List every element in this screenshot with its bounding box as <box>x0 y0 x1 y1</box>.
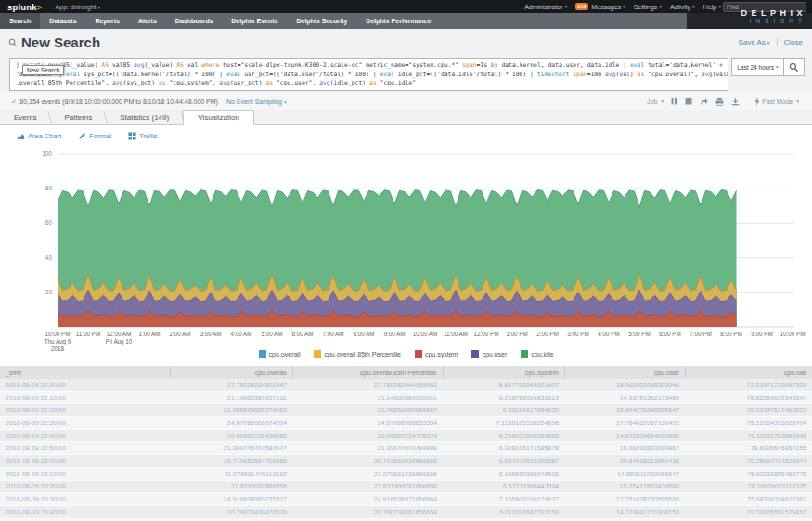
table-row[interactable]: 2018-08-09 22:40:0020.8988723643605820.8… <box>0 429 812 442</box>
tab-events[interactable]: Events <box>0 110 50 124</box>
cell-value[interactable]: 9.064270515205287 <box>443 455 564 468</box>
print-button[interactable] <box>715 98 724 106</box>
table-row[interactable]: 2018-08-09 22:30:0024.8706508697429424.8… <box>0 417 812 430</box>
cell-value[interactable]: 20.790734361666654 <box>292 505 443 518</box>
cell-time[interactable]: 2018-08-09 22:40:00 <box>0 429 170 442</box>
table-row[interactable]: 2018-08-09 23:10:0021.07966144511216221.… <box>0 467 812 480</box>
legend-item-cpu-overall[interactable]: cpu.overall <box>259 350 301 358</box>
topbar-menu-administrator[interactable]: Administrator▾ <box>524 4 567 10</box>
cell-value[interactable]: 6.328106171585878 <box>443 442 564 455</box>
column-header-cpu-user[interactable]: cpu.user <box>564 366 685 379</box>
search-mode-menu[interactable]: Fast Mode▾ <box>754 98 799 106</box>
topbar-menu-help[interactable]: Help▾ <box>703 4 721 10</box>
table-row[interactable]: 2018-08-09 22:10:0021.1466038765715221.1… <box>0 391 812 404</box>
nav-item-datasets[interactable]: Datasets <box>40 13 85 29</box>
cell-value[interactable]: 6.196550393046528 <box>443 467 564 480</box>
cell-value[interactable]: 21.8319097888268 <box>170 480 292 493</box>
topbar-menu-settings[interactable]: Settings▾ <box>634 4 662 10</box>
cell-value[interactable]: 21.390445404584547 <box>170 442 292 455</box>
cell-value[interactable]: 78.6095545954155 <box>685 442 812 455</box>
cell-value[interactable]: 27.78028264302647 <box>170 379 292 391</box>
nav-item-delphix-security[interactable]: Delphix Security <box>288 13 357 29</box>
cell-value[interactable]: 79.20926561529467 <box>685 505 812 518</box>
table-row[interactable]: 2018-08-09 22:50:0021.39044540458454721.… <box>0 442 812 455</box>
cell-value[interactable]: 24.916638971666664 <box>292 493 443 506</box>
cell-value[interactable]: 6.58224617654932 <box>443 404 564 417</box>
cell-value[interactable]: 70.28934734529044 <box>685 455 812 468</box>
cell-value[interactable]: 17.751038760595668 <box>564 493 685 506</box>
cell-value[interactable]: 15.06233923299867 <box>564 442 685 455</box>
table-row[interactable]: 2018-08-09 23:00:0029.71065255470965529.… <box>0 455 812 468</box>
cell-value[interactable]: 17.754639957120492 <box>564 417 685 430</box>
cell-value[interactable]: 29.710652626666665 <box>292 455 443 468</box>
cell-time[interactable]: 2018-08-09 23:20:00 <box>0 480 170 493</box>
cell-value[interactable]: 14.692834564090885 <box>564 429 685 442</box>
cell-value[interactable]: 21.14660387657152 <box>170 391 292 404</box>
table-row[interactable]: 2018-08-09 23:40:0020.7907343847052820.7… <box>0 505 812 518</box>
export-button[interactable] <box>731 98 740 106</box>
legend-item-cpu-system[interactable]: cpu.system <box>415 350 458 358</box>
chart-type-button[interactable]: Area Chart <box>17 132 61 140</box>
cell-value[interactable]: 79.10112763563946 <box>685 429 812 442</box>
legend-item-cpu-user[interactable]: cpu.user <box>471 350 507 358</box>
event-sampling-menu[interactable]: No Event Sampling▾ <box>226 98 287 105</box>
cell-value[interactable]: 78.85339612342847 <box>685 391 812 404</box>
cell-value[interactable]: 20.89887236436058 <box>170 429 292 442</box>
cell-value[interactable]: 78.16809021117325 <box>685 480 812 493</box>
cell-value[interactable]: 15.404278648825647 <box>564 404 685 417</box>
job-menu[interactable]: Job▾ <box>647 98 664 105</box>
cell-value[interactable]: 75.08336104927362 <box>685 493 812 506</box>
cell-value[interactable]: 21.079661436666666 <box>292 467 443 480</box>
legend-item-cpu-overall-85th-percentile[interactable]: cpu.overall 85th Percentile <box>314 350 401 358</box>
pause-button[interactable] <box>671 98 677 105</box>
cell-time[interactable]: 2018-08-09 23:10:00 <box>0 467 170 480</box>
column-header-time[interactable]: _time <box>0 366 170 379</box>
cell-value[interactable]: 21.986524825374953 <box>170 404 292 417</box>
cell-value[interactable]: 29.710652554709655 <box>170 455 292 468</box>
cell-value[interactable]: 78.01347517462507 <box>685 404 812 417</box>
nav-item-search[interactable]: Search <box>0 13 40 29</box>
cell-value[interactable]: 14.779641701908153 <box>564 505 685 518</box>
cell-value[interactable]: 21.39044540499999 <box>292 442 443 455</box>
trellis-button[interactable]: Trellis <box>128 132 158 140</box>
nav-item-dashboards[interactable]: Dashboards <box>166 13 222 29</box>
topbar-menu-activity[interactable]: Activity▾ <box>670 4 695 10</box>
cell-time[interactable]: 2018-08-09 22:50:00 <box>0 442 170 455</box>
nav-item-alerts[interactable]: Alerts <box>129 13 166 29</box>
cell-value[interactable]: 20.64638213950435 <box>564 455 685 468</box>
tab-statistics-149[interactable]: Statistics (149) <box>106 110 183 124</box>
cell-time[interactable]: 2018-08-09 22:30:00 <box>0 417 170 430</box>
cell-value[interactable]: 15.25417610439588 <box>564 480 685 493</box>
share-button[interactable] <box>700 98 708 106</box>
cell-value[interactable]: 6.208788054836613 <box>443 391 564 404</box>
cell-value[interactable]: 14.93781582173489 <box>564 391 685 404</box>
table-row[interactable]: 2018-08-09 22:20:0021.98652482537495321.… <box>0 404 812 417</box>
cell-value[interactable]: 24.916638950725327 <box>170 493 292 506</box>
cell-value[interactable]: 6.57773368443094 <box>443 480 564 493</box>
cell-value[interactable]: 21.98652480666667 <box>292 404 443 417</box>
cell-value[interactable]: 27.780282644999982 <box>292 379 443 391</box>
cell-value[interactable]: 20.79073438470528 <box>170 505 292 518</box>
cell-time[interactable]: 2018-08-09 22:20:00 <box>0 404 170 417</box>
cell-value[interactable]: 18.962522098505044 <box>564 379 685 391</box>
format-button[interactable]: Format <box>78 132 111 140</box>
cell-time[interactable]: 2018-08-09 23:00:00 <box>0 455 170 468</box>
search-submit-button[interactable] <box>783 58 805 76</box>
column-header-cpu-overall-85th-percentile[interactable]: cpu.overall 85th Percentile <box>292 366 443 379</box>
cell-value[interactable]: 8.817760544521407 <box>443 379 564 391</box>
time-range-picker[interactable]: Last 24 hours▾ <box>731 58 784 76</box>
save-as-button[interactable]: Save As▾ <box>738 38 769 46</box>
cell-time[interactable]: 2018-08-09 23:30:00 <box>0 493 170 506</box>
cell-time[interactable]: 2018-08-09 23:40:00 <box>0 505 170 518</box>
cell-value[interactable]: 7.1160109126224595 <box>443 417 564 430</box>
column-header-cpu-overall[interactable]: cpu.overall <box>170 366 292 379</box>
cell-value[interactable]: 78.92033855488775 <box>685 467 812 480</box>
find-input[interactable] <box>723 2 806 12</box>
cell-value[interactable]: 24.87065086974294 <box>170 417 292 430</box>
tab-patterns[interactable]: Patterns <box>50 110 106 124</box>
nav-item-delphix-events[interactable]: Delphix Events <box>222 13 287 29</box>
cell-value[interactable]: 75.12934913025704 <box>685 417 812 430</box>
app-context-menu[interactable]: App: dxinsight▾ <box>56 4 101 10</box>
nav-item-delphix-performance[interactable]: Delphix Performance <box>356 13 440 29</box>
cell-value[interactable]: 21.831909761666658 <box>292 480 443 493</box>
